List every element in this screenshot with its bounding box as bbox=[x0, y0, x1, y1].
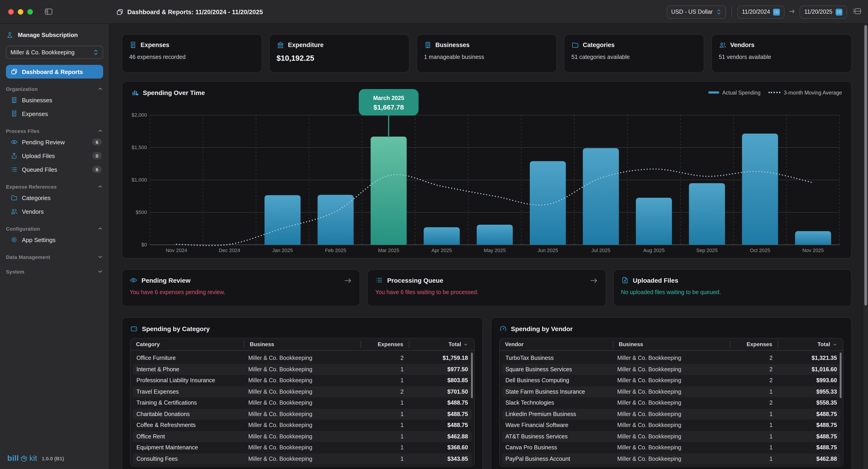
date-to-field[interactable]: 11/20/2025 bbox=[800, 5, 847, 19]
sidebar-section-data-management[interactable]: Data Management bbox=[6, 253, 103, 261]
column-header-expenses[interactable]: Expenses bbox=[361, 341, 409, 348]
stat-card-vendors[interactable]: Vendors51 vendors available bbox=[711, 34, 851, 72]
table-row[interactable]: Professional Liability InsuranceMiller &… bbox=[133, 375, 472, 386]
sidebar-item-app-settings[interactable]: App Settings bbox=[6, 233, 103, 246]
table-row[interactable]: Equipment MaintenanceMiller & Co. Bookke… bbox=[133, 442, 472, 453]
table-scrollbar[interactable] bbox=[840, 353, 841, 398]
chart-bar-nov-2025[interactable] bbox=[795, 231, 831, 245]
stat-card-expenditure[interactable]: Expenditure$10,192.25 bbox=[269, 34, 409, 72]
table-row[interactable]: Square Business ServicesMiller & Co. Boo… bbox=[502, 364, 841, 375]
spending-chart[interactable]: $0$500$1,000$1,500$2,000Nov 2024Dec 2024… bbox=[130, 88, 844, 254]
cell-name: Consulting Fees bbox=[133, 456, 245, 462]
arrow-right-icon[interactable] bbox=[589, 277, 598, 286]
stat-label: Expenditure bbox=[288, 41, 323, 49]
sidebar-item-pending-review[interactable]: Pending Review6 bbox=[6, 135, 103, 149]
chart-bar-jun-2025[interactable] bbox=[530, 161, 566, 245]
sidebar-item-expenses[interactable]: Expenses bbox=[6, 107, 103, 121]
page-scrollbar[interactable] bbox=[863, 24, 868, 469]
stat-card-categories[interactable]: Categories51 categories available bbox=[564, 34, 704, 72]
table-row[interactable]: Dell Business ComputingMiller & Co. Book… bbox=[502, 375, 841, 386]
sidebar-item-upload-files[interactable]: Upload Files0 bbox=[6, 149, 103, 163]
split-view-icon[interactable] bbox=[852, 7, 862, 17]
x-axis-tick: Jun 2025 bbox=[537, 247, 558, 253]
sidebar-section-process-files[interactable]: Process Files bbox=[6, 127, 103, 135]
column-header-business[interactable]: Business bbox=[244, 341, 361, 348]
column-header-total[interactable]: Total bbox=[778, 341, 843, 348]
chart-bar-apr-2025[interactable] bbox=[424, 227, 460, 245]
table-row[interactable]: Internet & PhoneMiller & Co. Bookkeeping… bbox=[133, 364, 472, 375]
chevron-down-icon[interactable] bbox=[97, 268, 103, 275]
column-header-total[interactable]: Total bbox=[409, 341, 474, 348]
chart-bar-mar-2025[interactable] bbox=[371, 137, 407, 245]
chart-bar-oct-2025[interactable] bbox=[742, 134, 778, 245]
table-row[interactable]: Office RentMiller & Co. Bookkeeping1$462… bbox=[133, 431, 472, 442]
close-window-button[interactable] bbox=[8, 9, 14, 14]
table-row[interactable]: AT&T Business ServicesMiller & Co. Bookk… bbox=[502, 431, 841, 442]
sidebar-section-expense-references[interactable]: Expense References bbox=[6, 183, 103, 191]
file-up-icon bbox=[621, 276, 629, 284]
info-card-uploaded-files[interactable]: Uploaded FilesNo uploaded files waiting … bbox=[613, 269, 851, 306]
table-row[interactable]: Consulting FeesMiller & Co. Bookkeeping1… bbox=[133, 453, 472, 464]
sidebar-item-queued-files[interactable]: Queued Files6 bbox=[6, 163, 103, 176]
column-header-category[interactable]: Category bbox=[130, 341, 244, 348]
sidebar-item-manage-subscription[interactable]: Manage Subscription bbox=[6, 29, 103, 40]
table-row[interactable]: PayPal Business AccountMiller & Co. Book… bbox=[502, 453, 841, 464]
column-header-expenses[interactable]: Expenses bbox=[730, 341, 778, 348]
table-row[interactable]: Training & CertificationsMiller & Co. Bo… bbox=[133, 397, 472, 409]
sidebar-item-categories[interactable]: Categories bbox=[6, 191, 103, 205]
table-row[interactable]: Charitable DonationsMiller & Co. Bookkee… bbox=[133, 409, 472, 420]
category-table: CategoryBusinessExpensesTotal Office Fur… bbox=[130, 338, 474, 467]
page-scrollbar-thumb[interactable] bbox=[864, 25, 867, 305]
chevron-up-icon[interactable] bbox=[97, 86, 103, 92]
chevron-up-icon[interactable] bbox=[97, 225, 103, 232]
currency-select[interactable]: USD - US Dollar bbox=[666, 5, 726, 19]
chart-bar-jul-2025[interactable] bbox=[583, 148, 619, 245]
column-header-business[interactable]: Business bbox=[613, 341, 730, 348]
sidebar-item-businesses[interactable]: Businesses bbox=[6, 93, 103, 107]
info-card-pending-review[interactable]: Pending ReviewYou have 6 expenses pendin… bbox=[122, 269, 360, 306]
section-label: Organization bbox=[6, 86, 38, 92]
stat-card-businesses[interactable]: Businesses1 manageable business bbox=[417, 34, 557, 72]
table-row[interactable]: Slack TechnologiesMiller & Co. Bookkeepi… bbox=[502, 397, 841, 409]
chevron-up-icon[interactable] bbox=[97, 128, 103, 135]
table-row[interactable]: Wave Financial SoftwareMiller & Co. Book… bbox=[502, 420, 841, 431]
stat-card-expenses[interactable]: Expenses46 expenses recorded bbox=[122, 34, 262, 72]
table-row[interactable]: Canva Pro BusinessMiller & Co. Bookkeepi… bbox=[502, 442, 841, 453]
calendar-icon[interactable] bbox=[836, 8, 842, 15]
minimize-window-button[interactable] bbox=[18, 9, 23, 14]
column-header-vendor[interactable]: Vendor bbox=[499, 341, 613, 348]
table-row[interactable]: LinkedIn Premium BusinessMiller & Co. Bo… bbox=[502, 409, 841, 420]
sidebar-item-dashboard-reports[interactable]: Dashboard & Reports bbox=[6, 65, 103, 79]
chart-bar-feb-2025[interactable] bbox=[318, 195, 354, 245]
updown-chevrons-icon bbox=[93, 49, 99, 56]
cell-business: Miller & Co. Bookkeeping bbox=[614, 389, 729, 395]
table-scrollbar[interactable] bbox=[471, 353, 472, 398]
zoom-window-button[interactable] bbox=[27, 9, 33, 14]
chart-bar-aug-2025[interactable] bbox=[636, 198, 672, 245]
table-row[interactable]: State Farm Business InsuranceMiller & Co… bbox=[502, 386, 841, 397]
arrow-right-icon[interactable] bbox=[344, 277, 352, 286]
sidebar-section-organization[interactable]: Organization bbox=[6, 85, 103, 93]
chevron-down-icon[interactable] bbox=[97, 254, 103, 261]
app-version: 1.0.0 (B1) bbox=[42, 456, 64, 461]
chart-bar-may-2025[interactable] bbox=[477, 225, 513, 245]
sidebar-item-vendors[interactable]: Vendors bbox=[6, 205, 103, 218]
sidebar-section-configuration[interactable]: Configuration bbox=[6, 225, 103, 233]
sidebar-toggle-icon[interactable] bbox=[44, 7, 53, 18]
cell-name: Travel Expenses bbox=[133, 389, 245, 395]
cell-name: PayPal Business Account bbox=[502, 456, 614, 462]
business-selector[interactable]: Miller & Co. Bookkeeping bbox=[6, 46, 103, 59]
calendar-icon[interactable] bbox=[773, 8, 780, 15]
info-card-processing-queue[interactable]: Processing QueueYou have 6 files waiting… bbox=[368, 269, 606, 306]
date-from-field[interactable]: 11/20/2024 bbox=[737, 5, 784, 19]
sidebar-section-system[interactable]: System bbox=[6, 268, 103, 276]
table-row[interactable]: Coffee & RefreshmentsMiller & Co. Bookke… bbox=[133, 420, 472, 431]
table-row[interactable]: Travel ExpensesMiller & Co. Bookkeeping2… bbox=[133, 386, 472, 397]
y-axis-tick: $1,000 bbox=[132, 177, 147, 183]
chart-bar-sep-2025[interactable] bbox=[689, 183, 725, 245]
x-axis-tick: Nov 2024 bbox=[166, 247, 187, 253]
chart-bar-jan-2025[interactable] bbox=[265, 195, 301, 245]
table-row[interactable]: Office FurnitureMiller & Co. Bookkeeping… bbox=[133, 353, 472, 364]
table-row[interactable]: TurboTax BusinessMiller & Co. Bookkeepin… bbox=[502, 353, 841, 364]
chevron-up-icon[interactable] bbox=[97, 183, 103, 190]
